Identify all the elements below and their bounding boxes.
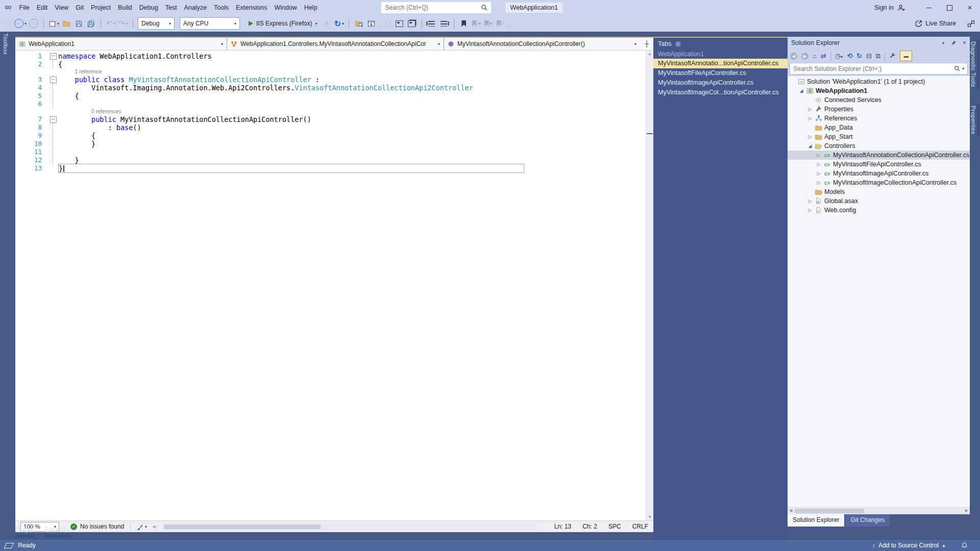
toolbar-grip[interactable]: ⋮⋮ — [383, 21, 391, 27]
tree-item[interactable]: ◢WebApplication1 — [788, 86, 970, 95]
column-indicator[interactable]: Ch: 2 — [582, 523, 597, 530]
preview-selected-items-toggle[interactable]: ▬ — [900, 51, 912, 61]
menu-test[interactable]: Test — [162, 2, 181, 13]
tab-properties[interactable]: Properties — [970, 104, 977, 136]
document-tab[interactable]: MyVintasoftImageCol...tionApiController.… — [653, 88, 788, 97]
tree-item[interactable]: ▷C#MyVintasoftFileApiController.cs — [788, 160, 970, 169]
previous-bookmark-button[interactable]: ◀ — [471, 17, 481, 30]
next-bookmark-button[interactable]: ▶ — [483, 17, 494, 30]
line-indicator[interactable]: Ln: 13 — [554, 523, 571, 530]
se-home-button[interactable]: ⌂ — [813, 52, 817, 60]
code-editor[interactable]: 1–namespace WebApplication1.Controllers2… — [15, 51, 653, 520]
menu-tools[interactable]: Tools — [210, 2, 232, 13]
new-project-button[interactable]: ▾ — [48, 17, 59, 30]
se-forward-button[interactable]: ▶ — [801, 53, 808, 60]
clear-bookmarks-button[interactable]: × — [496, 17, 506, 30]
show-all-files-button[interactable]: ⧉ — [876, 52, 880, 60]
pin-icon[interactable] — [950, 40, 957, 46]
increase-indent-button[interactable] — [439, 17, 449, 30]
restart-button[interactable]: ↻▾ — [334, 17, 344, 30]
decrease-indent-button[interactable] — [427, 17, 437, 30]
save-button[interactable] — [74, 17, 84, 30]
document-tab[interactable]: MyVintasoftAnnotatio...tionApiController… — [653, 59, 788, 68]
tree-item[interactable]: ▷Properties — [788, 105, 970, 114]
expander-closed[interactable]: ▷ — [815, 153, 822, 158]
find-in-files-button[interactable] — [354, 17, 364, 30]
se-back-button[interactable]: ◀ — [790, 53, 797, 60]
solution-configuration-dropdown[interactable]: Debug▾ — [138, 17, 175, 30]
document-tab[interactable]: MyVintasoftFileApiController.cs — [653, 68, 788, 78]
tab-error-list[interactable]: Error List — [45, 526, 71, 540]
properties-button[interactable] — [889, 53, 896, 59]
menu-file[interactable]: File — [16, 2, 33, 13]
member-dropdown[interactable]: MyVintasoftAnnotationCollectionApiContro… — [444, 38, 640, 50]
tab-git-changes[interactable]: Git Changes — [845, 514, 890, 527]
fold-toggle[interactable]: – — [50, 116, 57, 123]
tree-item[interactable]: ▷C#MyVintasoftImageApiController.cs — [788, 169, 970, 178]
codelens-indicator[interactable]: 1 reference — [15, 68, 653, 76]
minimize-button[interactable] — [919, 0, 939, 15]
window-position-menu-icon[interactable]: ▾ — [942, 41, 944, 45]
expander-closed[interactable]: ▷ — [806, 107, 814, 112]
toolbar-overflow[interactable]: ‗ — [508, 21, 511, 27]
spaces-indicator[interactable]: SPC — [608, 523, 621, 530]
sync-with-active-document-button[interactable]: ⟲ — [847, 52, 852, 60]
solution-search-input[interactable] — [790, 65, 951, 73]
menu-edit[interactable]: Edit — [33, 2, 52, 13]
expander-closed[interactable]: ▷ — [815, 162, 822, 167]
open-folder-button[interactable] — [61, 17, 71, 30]
line-ending-indicator[interactable]: CRLF — [632, 523, 648, 530]
refresh-button[interactable]: ↻ — [856, 52, 862, 60]
issues-status[interactable]: No issues found — [80, 523, 124, 530]
add-to-source-control-button[interactable]: Add to Source Control — [878, 542, 939, 549]
expander-closed[interactable]: ▷ — [806, 134, 814, 139]
project-dropdown[interactable]: WebApplication1▾ — [15, 38, 227, 50]
document-tab[interactable]: MyVintasoftImageApiController.cs — [653, 78, 788, 88]
tree-item[interactable]: ▷References — [788, 114, 970, 123]
search-input[interactable] — [381, 4, 478, 12]
menu-git[interactable]: Git — [72, 2, 87, 13]
tree-item[interactable]: ∞Solution 'WebApplication1' (1 of 1 proj… — [788, 77, 970, 86]
search-box[interactable] — [381, 2, 491, 13]
tab-output[interactable]: Output — [15, 526, 35, 540]
editor-horizontal-scrollbar[interactable] — [163, 523, 536, 530]
expander-closed[interactable]: ▷ — [806, 198, 814, 204]
background-tasks-icon[interactable] — [4, 543, 14, 548]
codelens-indicator[interactable]: 0 references — [15, 108, 653, 115]
tab-diagnostic-tools[interactable]: Diagnostic Tools — [970, 39, 977, 89]
tree-item[interactable]: ▷C#MyVintasoftImageCollectionApiControll… — [788, 178, 970, 187]
menu-help[interactable]: Help — [301, 2, 321, 13]
code-cleanup-button[interactable]: ▾ — [137, 523, 147, 530]
collapse-all-button[interactable]: ⊟ — [866, 52, 872, 60]
navigate-backward-button[interactable]: ←▾ — [14, 17, 27, 30]
expander-closed[interactable]: ▷ — [815, 171, 822, 176]
expander-open[interactable]: ◢ — [798, 88, 805, 93]
save-all-button[interactable] — [86, 17, 96, 30]
menu-view[interactable]: View — [51, 2, 72, 13]
restore-button[interactable] — [939, 0, 960, 15]
tree-item[interactable]: App_Data — [788, 123, 970, 132]
toolbar-grip[interactable]: ⋮⋮ — [3, 21, 11, 27]
browser-window-button[interactable] — [366, 17, 376, 30]
toolbar-overflow[interactable]: ‗ — [378, 21, 381, 27]
send-feedback-icon[interactable] — [967, 20, 975, 28]
menu-analyze[interactable]: Analyze — [181, 2, 210, 13]
start-debugging-button[interactable]: IIS Express (Firefox) ▾ — [246, 20, 320, 27]
editor-vertical-scrollbar[interactable]: ▲ ▼ — [646, 51, 653, 520]
copy-pane-button[interactable] — [407, 17, 417, 30]
tree-item[interactable]: Connected Services — [788, 95, 970, 105]
scroll-left-arrow[interactable]: ◀ — [152, 524, 156, 529]
menu-window[interactable]: Window — [271, 2, 300, 13]
expander-closed[interactable]: ▷ — [806, 116, 814, 121]
redo-button[interactable]: ↷▾ — [118, 17, 128, 30]
expander-closed[interactable]: ▷ — [815, 180, 822, 185]
tree-item[interactable]: ◢Controllers — [788, 141, 970, 151]
tree-item[interactable]: ▷App_Start — [788, 132, 970, 141]
display-pane-button[interactable] — [395, 17, 405, 30]
pending-changes-filter-button[interactable]: ◷▾ — [835, 52, 843, 60]
menu-build[interactable]: Build — [114, 2, 136, 13]
close-icon[interactable]: × — [963, 39, 966, 46]
type-dropdown[interactable]: WebApplication1.Controllers.MyVintasoftA… — [227, 38, 444, 50]
close-button[interactable]: × — [960, 0, 980, 15]
tab-toolbox[interactable]: Toolbox — [3, 33, 9, 540]
